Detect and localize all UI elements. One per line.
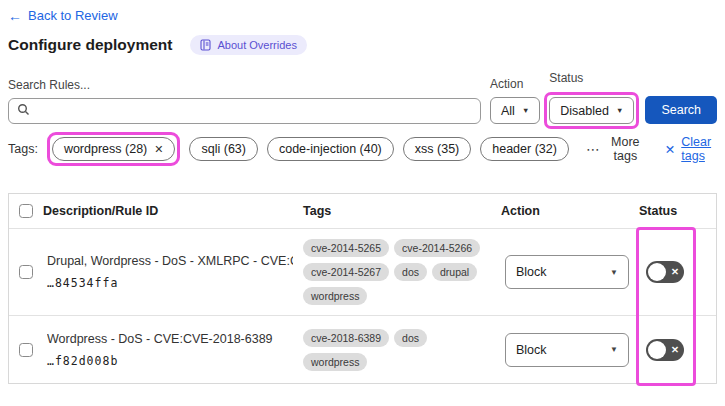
chevron-down-icon: ▼ bbox=[610, 268, 618, 277]
search-icon bbox=[17, 102, 30, 120]
tag-chip: dos bbox=[394, 263, 427, 281]
table-header-row: Description/Rule ID Tags Action Status bbox=[9, 194, 716, 228]
status-filter-highlight-box: Disabled ▼ bbox=[544, 92, 639, 129]
ellipsis-icon: ⋯ bbox=[586, 141, 601, 157]
column-header-tags: Tags bbox=[303, 204, 501, 218]
rule-tags: cve-2018-6389doswordpress bbox=[303, 319, 501, 381]
action-select-value: Block bbox=[516, 265, 547, 279]
toggle-knob bbox=[648, 341, 666, 359]
tag-filter-pill[interactable]: header (32) bbox=[480, 137, 569, 161]
row-checkbox[interactable] bbox=[19, 265, 33, 279]
tag-chip: wordpress bbox=[303, 353, 367, 371]
row-checkbox[interactable] bbox=[19, 343, 33, 357]
tag-chip: drupal bbox=[432, 263, 477, 281]
status-toggle[interactable]: ✕ bbox=[646, 339, 684, 361]
tags-bar-label: Tags: bbox=[8, 142, 38, 156]
document-icon bbox=[200, 39, 211, 51]
rule-id: …84534ffa bbox=[47, 276, 293, 290]
tag-chip: dos bbox=[394, 329, 427, 347]
toggle-off-x-icon: ✕ bbox=[671, 345, 679, 355]
status-filter-label: Status bbox=[549, 71, 634, 85]
rule-tags: cve-2014-5265cve-2014-5266cve-2014-5267d… bbox=[303, 229, 501, 315]
action-select[interactable]: Block ▼ bbox=[505, 333, 629, 367]
action-filter-label: Action bbox=[490, 77, 540, 91]
clear-icon: ✕ bbox=[665, 142, 675, 157]
clear-tags-label: Clear tags bbox=[681, 135, 717, 163]
action-filter-dropdown[interactable]: All ▼ bbox=[490, 97, 540, 124]
status-filter-dropdown[interactable]: Disabled ▼ bbox=[549, 97, 634, 124]
action-filter-value: All bbox=[501, 104, 515, 118]
search-rules-box bbox=[8, 98, 481, 124]
about-overrides-label: About Overrides bbox=[217, 39, 296, 51]
tag-filter-pill[interactable]: code-injection (40) bbox=[267, 137, 394, 161]
tag-chip: wordpress bbox=[303, 287, 367, 305]
column-header-description: Description/Rule ID bbox=[43, 204, 303, 218]
back-to-review-link[interactable]: ← Back to Review bbox=[8, 8, 118, 23]
tag-filter-pill[interactable]: xss (35) bbox=[403, 137, 471, 161]
action-select-value: Block bbox=[516, 343, 547, 357]
tag-chip: cve-2014-5265 bbox=[303, 239, 389, 257]
selected-tag-highlight-box: wordpress (28) ✕ bbox=[47, 132, 181, 166]
tag-pill-group: sqli (63)code-injection (40)xss (35)head… bbox=[189, 137, 568, 161]
tag-chip: cve-2018-6389 bbox=[303, 329, 389, 347]
back-arrow-icon: ← bbox=[8, 9, 22, 23]
tag-chip: cve-2014-5267 bbox=[303, 263, 389, 281]
chevron-down-icon: ▼ bbox=[616, 106, 623, 115]
select-all-checkbox[interactable] bbox=[19, 204, 33, 218]
selected-tag-label: wordpress (28) bbox=[64, 142, 147, 156]
tag-filter-pill[interactable]: sqli (63) bbox=[189, 137, 257, 161]
status-filter-value: Disabled bbox=[560, 104, 609, 118]
tag-filter-wordpress[interactable]: wordpress (28) ✕ bbox=[52, 137, 176, 161]
action-select[interactable]: Block ▼ bbox=[505, 255, 629, 289]
more-tags-button[interactable]: ⋯ More tags bbox=[586, 135, 642, 163]
table-row: Drupal, Wordpress - DoS - XMLRPC - CVE:C… bbox=[9, 228, 716, 315]
tag-chip: cve-2014-5266 bbox=[394, 239, 480, 257]
rule-description: Drupal, Wordpress - DoS - XMLRPC - CVE:C… bbox=[47, 254, 293, 268]
toggle-off-x-icon: ✕ bbox=[671, 267, 679, 277]
column-header-action: Action bbox=[501, 204, 639, 218]
page-title: Configure deployment bbox=[8, 36, 172, 54]
column-header-status: Status bbox=[639, 204, 716, 218]
rule-description: Wordpress - DoS - CVE:CVE-2018-6389 bbox=[47, 332, 293, 346]
about-overrides-badge[interactable]: About Overrides bbox=[190, 35, 306, 55]
search-rules-input[interactable] bbox=[36, 104, 472, 118]
chevron-down-icon: ▼ bbox=[522, 106, 529, 115]
clear-tags-link[interactable]: ✕ Clear tags bbox=[665, 135, 717, 163]
search-button[interactable]: Search bbox=[645, 96, 717, 124]
more-tags-label: More tags bbox=[609, 135, 642, 163]
rules-table: Description/Rule ID Tags Action Status D… bbox=[8, 193, 717, 384]
back-link-label: Back to Review bbox=[28, 8, 118, 23]
toggle-knob bbox=[648, 263, 666, 281]
chevron-down-icon: ▼ bbox=[610, 345, 618, 354]
table-row: Wordpress - DoS - CVE:CVE-2018-6389 …f82… bbox=[9, 315, 716, 383]
rule-id: …f82d008b bbox=[47, 354, 293, 368]
search-rules-label: Search Rules... bbox=[8, 78, 481, 92]
remove-tag-icon[interactable]: ✕ bbox=[154, 143, 163, 156]
status-toggle[interactable]: ✕ bbox=[646, 261, 684, 283]
